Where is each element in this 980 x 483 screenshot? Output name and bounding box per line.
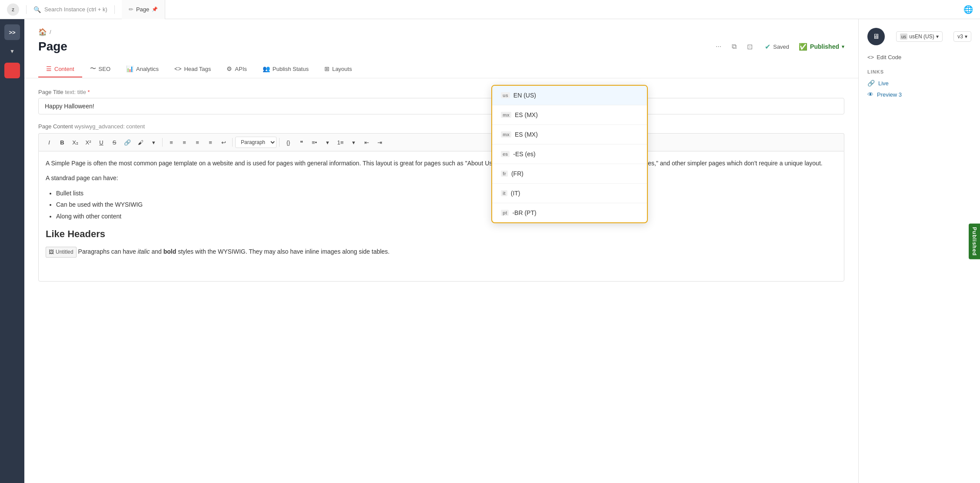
lang-option-es-mx-2[interactable]: mx ES (MX) bbox=[492, 125, 647, 144]
bullet-chevron[interactable]: ▾ bbox=[321, 136, 333, 148]
link-btn[interactable]: 🔗 bbox=[121, 136, 133, 148]
list-item: Bullet lists bbox=[56, 188, 837, 198]
flag-icon: us bbox=[900, 34, 908, 40]
numbered-chevron[interactable]: ▾ bbox=[347, 136, 360, 148]
tab-analytics[interactable]: 📊 Analytics bbox=[118, 61, 167, 77]
tab-apis[interactable]: ⚙ APIs bbox=[219, 61, 254, 77]
content-paragraph-3: 🖼 Untitled Paragraphs can have italic an… bbox=[46, 247, 837, 258]
code-btn[interactable]: {} bbox=[282, 136, 294, 148]
content-tab-icon: ☰ bbox=[46, 65, 52, 72]
search-icon: 🔍 bbox=[33, 6, 41, 13]
wysiwyg-content[interactable]: A Simple Page is often the most common p… bbox=[38, 151, 844, 282]
undo-btn[interactable]: ↩ bbox=[217, 136, 230, 148]
saved-status: ✔ Saved bbox=[760, 40, 793, 54]
published-btn[interactable]: ✅ Published ▾ bbox=[799, 43, 844, 51]
preview-link[interactable]: 👁 Preview 3 bbox=[867, 91, 971, 98]
highlight-chevron[interactable]: ▾ bbox=[147, 136, 160, 148]
live-link[interactable]: 🔗 Live bbox=[867, 80, 971, 87]
publish-status-icon: 👥 bbox=[263, 65, 270, 72]
bold-text: bold bbox=[163, 248, 177, 255]
tab-layouts[interactable]: ⊞ Layouts bbox=[317, 61, 360, 77]
lang-selector[interactable]: us usEN (US) ▾ bbox=[896, 31, 943, 42]
sidebar-nav-btn[interactable]: ▼ bbox=[4, 44, 20, 59]
lang-option-es-mx-1[interactable]: mx ES (MX) bbox=[492, 105, 647, 125]
saved-icon: ✔ bbox=[765, 43, 770, 51]
version-chevron-icon: ▾ bbox=[965, 34, 967, 40]
code-brackets-icon: <> bbox=[867, 54, 874, 60]
device-toggle-btn[interactable]: 🖥 bbox=[867, 28, 885, 45]
head-tags-icon: <> bbox=[174, 65, 181, 72]
align-justify-btn[interactable]: ≡ bbox=[204, 136, 217, 148]
wysiwyg-type: wysiwyg_advanced: content bbox=[74, 123, 145, 130]
main-content: 🏠 / Page ··· ⧉ ⊡ ✔ Saved ✅ Published bbox=[24, 19, 858, 483]
flag-mx-2: mx bbox=[501, 131, 511, 138]
toolbar-divider-3 bbox=[279, 138, 280, 147]
more-options-btn[interactable]: ··· bbox=[713, 40, 724, 53]
sidebar-left: >> ▼ bbox=[0, 19, 24, 483]
flag-fr: fr bbox=[501, 171, 508, 177]
flag-it: it bbox=[501, 190, 507, 196]
bold-btn[interactable]: B bbox=[56, 136, 68, 148]
page-title: Page bbox=[38, 40, 67, 54]
flag-es: es bbox=[501, 151, 510, 157]
sidebar-indicator bbox=[4, 63, 20, 78]
duplicate-btn[interactable]: ⧉ bbox=[729, 40, 739, 53]
breadcrumb: 🏠 / bbox=[38, 28, 844, 36]
align-left-btn[interactable]: ≡ bbox=[165, 136, 177, 148]
italic-btn[interactable]: I bbox=[43, 136, 55, 148]
page-title-row: Page ··· ⧉ ⊡ ✔ Saved ✅ Published ▾ bbox=[38, 40, 844, 54]
lang-option-es-es[interactable]: es -ES (es) bbox=[492, 144, 647, 164]
layouts-tab-icon: ⊞ bbox=[324, 65, 330, 72]
page-header-actions: ··· ⧉ ⊡ ✔ Saved ✅ Published ▾ bbox=[713, 40, 844, 54]
subscript-btn[interactable]: X₂ bbox=[69, 136, 81, 148]
search-bar[interactable]: 🔍 Search Instance (ctrl + k) bbox=[33, 6, 107, 13]
outdent-btn[interactable]: ⇤ bbox=[360, 136, 373, 148]
numbered-list-btn[interactable]: 1≡ bbox=[334, 136, 347, 148]
lang-option-en-us[interactable]: us EN (US) bbox=[492, 86, 647, 105]
wysiwyg-toolbar: I B X₂ X² U S 🔗 🖌 ▾ ≡ ≡ ≡ ≡ ↩ Paragraph … bbox=[38, 133, 844, 151]
flag-us: us bbox=[501, 92, 510, 98]
content-paragraph-2: A standrad page can have: bbox=[46, 173, 837, 183]
tab-seo[interactable]: 〜 SEO bbox=[82, 60, 118, 78]
indent-btn[interactable]: ⇥ bbox=[373, 136, 386, 148]
content-area: Page Title text: title * Page Content wy… bbox=[24, 78, 858, 483]
sidebar-expand-btn[interactable]: >> bbox=[4, 24, 20, 40]
tab-page[interactable]: ✏ Page 📌 bbox=[122, 0, 165, 19]
highlight-btn[interactable]: 🖌 bbox=[134, 136, 147, 148]
version-selector[interactable]: v3 ▾ bbox=[953, 31, 971, 42]
paragraph-select[interactable]: Paragraph Heading 1 Heading 2 Heading 3 bbox=[235, 137, 277, 148]
lang-option-pt-br[interactable]: pt -BR (PT) bbox=[492, 203, 647, 222]
bullet-list-btn[interactable]: ≡• bbox=[308, 136, 320, 148]
superscript-btn[interactable]: X² bbox=[82, 136, 94, 148]
underline-btn[interactable]: U bbox=[95, 136, 107, 148]
content-header: Like Headers bbox=[46, 226, 837, 242]
right-panel: 🖥 us usEN (US) ▾ v3 ▾ <> Edit Code LINKS… bbox=[858, 19, 980, 483]
tab-publish-status[interactable]: 👥 Publish Status bbox=[255, 61, 317, 77]
tab-content[interactable]: ☰ Content bbox=[38, 61, 82, 77]
tab-head-tags[interactable]: <> Head Tags bbox=[167, 61, 219, 77]
content-paragraph-1: A Simple Page is often the most common p… bbox=[46, 158, 837, 168]
field-type-label: text: title bbox=[65, 89, 87, 95]
page-header: 🏠 / Page ··· ⧉ ⊡ ✔ Saved ✅ Published bbox=[24, 19, 858, 78]
strikethrough-btn[interactable]: S bbox=[108, 136, 120, 148]
lang-option-it[interactable]: it (IT) bbox=[492, 184, 647, 203]
preview-btn[interactable]: ⊡ bbox=[744, 40, 755, 54]
align-center-btn[interactable]: ≡ bbox=[178, 136, 190, 148]
logo[interactable]: z bbox=[7, 3, 19, 16]
analytics-tab-icon: 📊 bbox=[126, 65, 133, 72]
home-icon[interactable]: 🏠 bbox=[38, 28, 47, 36]
align-right-btn[interactable]: ≡ bbox=[191, 136, 203, 148]
italic-text: italic bbox=[138, 248, 150, 255]
page-title-input[interactable] bbox=[38, 98, 844, 114]
top-bar: z 🔍 Search Instance (ctrl + k) ✏ Page 📌 … bbox=[0, 0, 980, 19]
lang-option-fr[interactable]: fr (FR) bbox=[492, 164, 647, 184]
image-icon: 🖼 bbox=[49, 248, 54, 256]
blockquote-btn[interactable]: ❝ bbox=[295, 136, 307, 148]
wysiwyg-label: Page Content wysiwyg_advanced: content bbox=[38, 123, 844, 130]
edit-icon: ✏ bbox=[129, 6, 133, 13]
required-indicator: * bbox=[87, 89, 90, 95]
edit-code-btn[interactable]: <> Edit Code bbox=[867, 54, 971, 60]
content-list: Bullet lists Can be used with the WYSIWI… bbox=[56, 188, 837, 221]
breadcrumb-separator: / bbox=[50, 29, 51, 35]
seo-tab-icon: 〜 bbox=[90, 65, 96, 73]
